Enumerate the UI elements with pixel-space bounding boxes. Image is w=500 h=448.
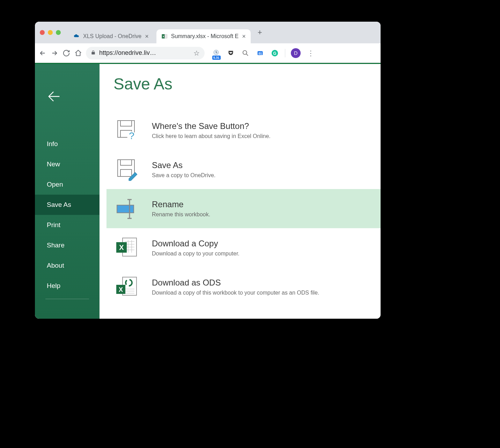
sidebar-item-label: Info xyxy=(47,140,58,147)
sidebar-item-label: New xyxy=(47,160,60,168)
file-menu-sidebar: Info New Open Save As Print Share About … xyxy=(35,64,100,319)
sidebar-item-label: About xyxy=(47,262,64,269)
option-rename[interactable]: Rename Rename this workbook. xyxy=(106,189,381,228)
sidebar-item-print[interactable]: Print xyxy=(35,215,100,235)
blue-extension-icon[interactable]: B) xyxy=(256,49,265,58)
sidebar-item-new[interactable]: New xyxy=(35,154,100,174)
page-content: Info New Open Save As Print Share About … xyxy=(35,64,381,319)
option-description: Save a copy to OneDrive. xyxy=(152,172,374,179)
main-panel: Save As ? Where's the Save Button? Click… xyxy=(100,64,381,319)
option-description: Rename this workbook. xyxy=(152,211,374,218)
svg-text:G: G xyxy=(273,51,276,56)
sidebar-item-save-as[interactable]: Save As xyxy=(35,195,100,215)
bookmark-star-icon[interactable]: ☆ xyxy=(193,49,200,57)
lock-icon xyxy=(91,50,96,56)
browser-toolbar: https://onedrive.liv… ☆ 5.31 B) G D xyxy=(35,43,381,63)
sidebar-item-label: Save As xyxy=(47,201,71,208)
sidebar-item-label: Print xyxy=(47,221,60,229)
tab-label: XLS Upload - OneDrive xyxy=(83,33,141,39)
window-close-button[interactable] xyxy=(40,30,45,35)
save-pencil-icon xyxy=(113,156,140,183)
sidebar-item-share[interactable]: Share xyxy=(35,235,100,255)
tab-onedrive-upload[interactable]: XLS Upload - OneDrive × xyxy=(68,29,154,43)
sidebar-item-label: Open xyxy=(47,181,63,188)
option-description: Download a copy to your computer. xyxy=(152,251,374,257)
excel-download-icon: X xyxy=(113,234,140,261)
avatar-initial: D xyxy=(294,50,297,56)
pocket-extension-icon[interactable] xyxy=(226,49,235,58)
svg-rect-16 xyxy=(120,169,132,176)
option-download-copy[interactable]: X Download a Copy Download a copy to you… xyxy=(106,228,381,267)
svg-text:?: ? xyxy=(129,130,134,141)
titlebar: XLS Upload - OneDrive × X Summary.xlsx -… xyxy=(35,22,381,43)
option-title: Rename xyxy=(152,200,374,209)
extension-icons: 5.31 B) G D ⋮ xyxy=(212,48,315,58)
sidebar-item-open[interactable]: Open xyxy=(35,174,100,195)
address-bar[interactable]: https://onedrive.liv… ☆ xyxy=(86,47,205,59)
back-button[interactable] xyxy=(38,49,47,57)
svg-rect-17 xyxy=(117,205,134,213)
option-description: Click here to learn about saving in Exce… xyxy=(152,133,374,139)
svg-rect-10 xyxy=(120,121,132,126)
close-icon[interactable]: × xyxy=(242,33,246,40)
extension-badge: 5.31 xyxy=(212,56,221,60)
close-icon[interactable]: × xyxy=(145,33,149,40)
grammarly-extension-icon[interactable]: G xyxy=(270,49,279,58)
new-tab-button[interactable]: + xyxy=(253,28,266,37)
option-title: Download a Copy xyxy=(152,239,374,248)
onedrive-icon xyxy=(73,33,80,39)
page-title: Save As xyxy=(113,74,381,93)
svg-text:X: X xyxy=(119,286,123,293)
sidebar-item-info[interactable]: Info xyxy=(35,134,100,154)
toolbar-divider xyxy=(285,49,285,57)
excel-ods-icon: X xyxy=(113,274,140,300)
save-question-icon: ? xyxy=(113,117,140,144)
forward-button[interactable] xyxy=(50,49,59,57)
tab-excel-summary[interactable]: X Summary.xlsx - Microsoft E × xyxy=(156,29,251,43)
search-extension-icon[interactable] xyxy=(241,49,250,58)
svg-text:B): B) xyxy=(258,51,262,55)
option-save-as[interactable]: Save As Save a copy to OneDrive. xyxy=(106,150,381,189)
option-title: Save As xyxy=(152,160,374,170)
browser-window: XLS Upload - OneDrive × X Summary.xlsx -… xyxy=(35,22,381,319)
svg-text:X: X xyxy=(119,244,124,251)
sidebar-item-help[interactable]: Help xyxy=(35,276,100,296)
option-description: Download a copy of this workbook to your… xyxy=(152,290,374,296)
sidebar-item-label: Share xyxy=(47,241,65,249)
excel-icon: X xyxy=(161,33,168,39)
home-button[interactable] xyxy=(74,49,82,57)
sidebar-item-label: Help xyxy=(47,282,60,289)
window-maximize-button[interactable] xyxy=(56,30,61,35)
extension-timer-icon[interactable]: 5.31 xyxy=(212,49,221,58)
reload-button[interactable] xyxy=(62,49,71,57)
url-text: https://onedrive.liv… xyxy=(99,49,190,57)
svg-rect-15 xyxy=(120,160,132,165)
sidebar-item-about[interactable]: About xyxy=(35,255,100,276)
option-download-ods[interactable]: X Download as ODS Download a copy of thi… xyxy=(106,267,381,306)
sidebar-separator xyxy=(45,299,89,299)
profile-avatar[interactable]: D xyxy=(291,48,301,58)
traffic-lights xyxy=(40,30,61,35)
option-title: Download as ODS xyxy=(152,278,374,288)
browser-menu-button[interactable]: ⋮ xyxy=(306,49,315,58)
option-title: Where's the Save Button? xyxy=(152,121,374,131)
window-minimize-button[interactable] xyxy=(48,30,53,35)
option-where-save-button[interactable]: ? Where's the Save Button? Click here to… xyxy=(106,111,381,150)
tab-label: Summary.xlsx - Microsoft E xyxy=(171,33,239,39)
rename-icon xyxy=(113,195,140,222)
svg-text:X: X xyxy=(162,35,164,38)
svg-rect-2 xyxy=(164,35,167,38)
back-arrow-button[interactable] xyxy=(46,88,100,106)
save-as-options: ? Where's the Save Button? Click here to… xyxy=(113,111,381,306)
svg-point-4 xyxy=(243,50,247,54)
